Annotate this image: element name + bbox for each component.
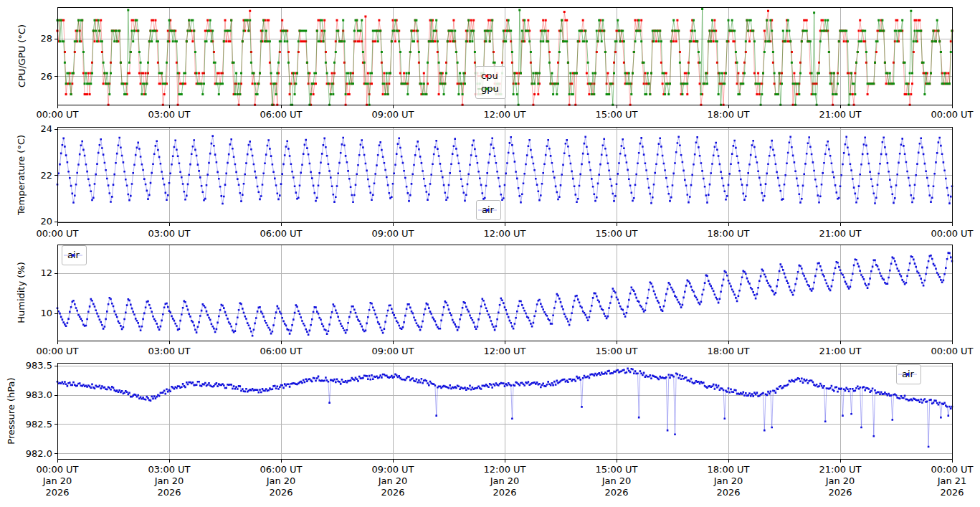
- legend-entry: air: [902, 368, 914, 381]
- legend-sample-air: [477, 206, 498, 214]
- x-tick-label: 00:00 UT: [918, 109, 980, 120]
- legend-entry: cpu: [481, 70, 499, 82]
- y-tick-label: 983.0: [16, 389, 52, 401]
- x-tick-label: 18:00 UTJan 202026: [694, 464, 763, 498]
- y-tick-label: 983.5: [16, 360, 52, 371]
- y-tick-label: 982.5: [16, 419, 52, 430]
- y-tick-label: 982.0: [16, 448, 52, 460]
- x-tick-label: 12:00 UT: [470, 346, 539, 357]
- legend-sample-cpu: [476, 72, 498, 80]
- x-tick-label: 00:00 UT: [23, 109, 92, 120]
- y-tick-label: 26: [16, 71, 52, 82]
- legend: air: [896, 364, 921, 384]
- x-tick-label: 06:00 UT: [247, 109, 315, 120]
- x-tick-label: 18:00 UT: [694, 228, 763, 240]
- x-tick-label: 03:00 UT: [135, 228, 204, 240]
- x-tick-label: 06:00 UTJan 202026: [247, 464, 315, 498]
- x-tick-label: 06:00 UT: [247, 346, 315, 357]
- legend-sample-gpu: [476, 85, 498, 93]
- x-tick-label: 03:00 UT: [135, 346, 204, 357]
- panel-humidity: [0, 245, 980, 346]
- legend-entry: air: [482, 204, 494, 217]
- x-tick-label: 00:00 UT: [23, 228, 92, 240]
- x-tick-label: 03:00 UTJan 202026: [135, 464, 204, 498]
- x-tick-label: 00:00 UT: [918, 228, 980, 240]
- legend: air: [62, 245, 87, 265]
- y-tick-label: 28: [16, 33, 52, 44]
- y-tick-label: 10: [16, 308, 52, 319]
- y-tick-label: 12: [16, 267, 52, 279]
- x-tick-label: 15:00 UT: [582, 346, 651, 357]
- x-tick-label: 18:00 UT: [694, 346, 763, 357]
- legend: air: [476, 200, 501, 220]
- x-tick-label: 00:00 UT: [918, 346, 980, 357]
- x-tick-label: 12:00 UT: [470, 109, 539, 120]
- x-tick-label: 21:00 UT: [806, 109, 875, 120]
- x-tick-label: 09:00 UT: [358, 346, 427, 357]
- x-tick-label: 12:00 UTJan 202026: [470, 464, 539, 498]
- x-tick-label: 09:00 UT: [358, 109, 427, 120]
- x-tick-label: 21:00 UT: [806, 346, 875, 357]
- x-tick-label: 00:00 UTJan 212026: [918, 464, 980, 498]
- legend-entry: air: [67, 249, 80, 262]
- legend-entry: gpu: [481, 82, 499, 95]
- x-tick-label: 15:00 UTJan 202026: [582, 464, 651, 498]
- legend-sample-air: [62, 251, 84, 260]
- x-tick-label: 15:00 UT: [582, 109, 651, 120]
- x-tick-label: 06:00 UT: [247, 228, 315, 240]
- x-tick-label: 21:00 UTJan 202026: [806, 464, 875, 498]
- x-tick-label: 00:00 UT: [23, 346, 92, 357]
- x-tick-label: 18:00 UT: [694, 109, 763, 120]
- x-tick-label: 03:00 UT: [135, 109, 204, 120]
- y-tick-label: 22: [16, 170, 52, 181]
- figure: CPU/GPU (°C) Temperature (°C) Humidity (…: [0, 0, 980, 507]
- x-tick-label: 09:00 UT: [358, 228, 427, 240]
- y-tick-label: 24: [16, 123, 52, 135]
- legend: cpugpu: [475, 66, 506, 99]
- x-tick-label: 12:00 UT: [470, 228, 539, 240]
- panel-pressure: [0, 363, 980, 464]
- x-tick-label: 09:00 UTJan 202026: [358, 464, 427, 498]
- x-tick-label: 00:00 UTJan 202026: [23, 464, 92, 498]
- x-tick-label: 15:00 UT: [582, 228, 651, 240]
- y-tick-label: 20: [16, 216, 52, 227]
- x-tick-label: 21:00 UT: [806, 228, 875, 240]
- legend-sample-air: [897, 370, 918, 379]
